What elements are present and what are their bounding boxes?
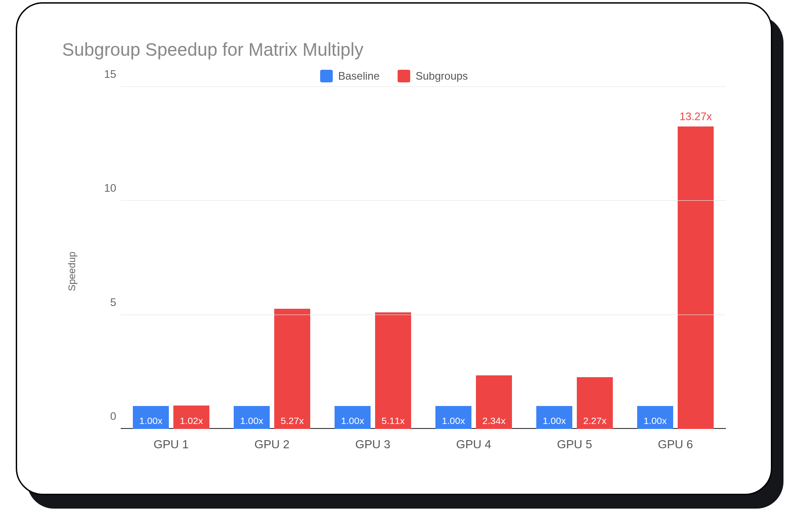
y-tick-label: 5 [94,296,116,309]
bar-group: 1.00x5.27x [222,87,322,429]
plot-area: 1.00x1.02x1.00x5.27x1.00x5.11x1.00x2.34x… [121,87,726,429]
bar-label: 1.00x [536,415,572,426]
bar-label: 5.27x [274,415,310,426]
chart-container: Subgroup Speedup for Matrix Multiply Bas… [0,0,806,532]
bar-label: 1.00x [637,415,673,426]
bar-label: 1.00x [435,415,471,426]
legend: Baseline Subgroups [44,70,744,82]
x-tick-label: GPU 4 [423,437,524,451]
x-tick-label: GPU 3 [322,437,423,451]
bar-baseline: 1.00x [335,406,371,429]
grid-line [121,86,726,87]
bar-label: 2.34x [476,415,512,426]
bar-group: 1.00x5.11x [322,87,423,429]
bar-label: 1.00x [335,415,371,426]
x-tick-label: GPU 1 [121,437,222,451]
bar-label: 13.27x [669,110,723,123]
chart-card: Subgroup Speedup for Matrix Multiply Bas… [16,2,772,495]
bar-baseline: 1.00x [234,406,270,429]
chart-area: Speedup 1.00x1.02x1.00x5.27x1.00x5.11x1.… [44,87,744,456]
y-axis-label: Speedup [66,252,78,291]
bar-baseline: 1.00x [133,406,169,429]
bar-group: 1.00x2.27x [524,87,625,429]
bar-label: 2.27x [577,415,613,426]
bar-group: 1.00x1.02x [121,87,222,429]
legend-swatch-subgroups [398,70,410,82]
legend-label-baseline: Baseline [338,70,380,82]
y-tick-label: 0 [94,410,116,423]
bar-subgroups: 2.34x [476,375,512,429]
bar-baseline: 1.00x [637,406,673,429]
bar-label: 5.11x [375,415,411,426]
x-tick-label: GPU 2 [222,437,322,451]
legend-swatch-baseline [320,70,333,82]
legend-label-subgroups: Subgroups [416,70,468,82]
chart-title: Subgroup Speedup for Matrix Multiply [62,40,744,60]
grid-line [121,200,726,201]
bar-groups: 1.00x1.02x1.00x5.27x1.00x5.11x1.00x2.34x… [121,87,726,429]
x-tick-label: GPU 5 [524,437,625,451]
bar-label: 1.00x [133,415,169,426]
bar-baseline: 1.00x [536,406,572,429]
x-axis-labels: GPU 1GPU 2GPU 3GPU 4GPU 5GPU 6 [121,437,726,451]
bar-subgroups: 5.11x [375,312,411,429]
legend-item-baseline: Baseline [320,70,380,82]
x-tick-label: GPU 6 [625,437,726,451]
bar-baseline: 1.00x [435,406,471,429]
bar-subgroups: 2.27x [577,377,613,429]
bar-group: 1.00x13.27x [625,87,726,429]
bar-subgroups: 1.02x [173,406,209,429]
y-tick-label: 15 [94,68,116,81]
bar-subgroups: 13.27x [678,126,714,429]
grid-line [121,315,726,315]
bar-label: 1.00x [234,415,270,426]
bar-subgroups: 5.27x [274,309,310,429]
bar-group: 1.00x2.34x [423,87,524,429]
legend-item-subgroups: Subgroups [398,70,468,82]
bar-label: 1.02x [173,415,209,426]
y-tick-label: 10 [94,182,116,194]
